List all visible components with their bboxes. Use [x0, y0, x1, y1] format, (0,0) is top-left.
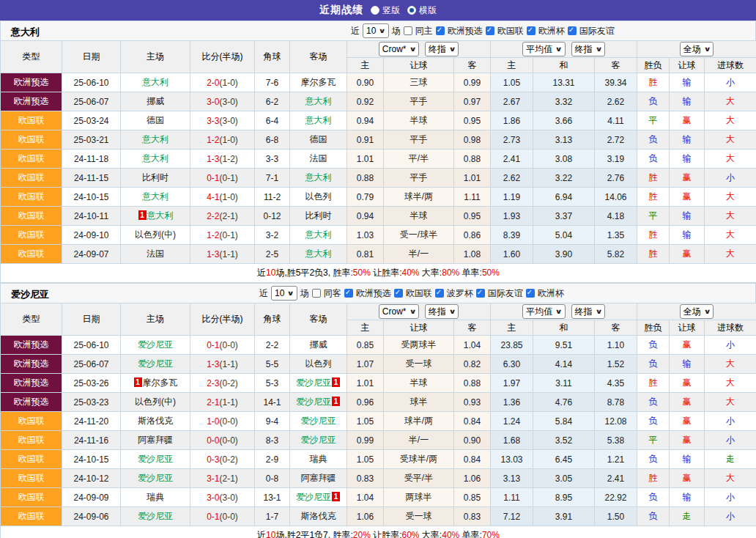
match-score: 1-3(1-2) [190, 150, 255, 169]
asia-odds-time-select[interactable]: 终指∨ [425, 42, 459, 56]
europe-odds: 3.91 [533, 507, 595, 526]
fulltime-score: 2-1 [207, 397, 219, 408]
competition-checkbox[interactable] [394, 289, 403, 298]
europe-odds: 5.84 [533, 412, 595, 431]
asia-handicap: 平手 [384, 92, 454, 111]
same-venue-checkbox[interactable] [312, 289, 321, 298]
col-header-away: 客场 [290, 41, 347, 73]
team-name-text: 挪威 [310, 339, 327, 350]
chevron-down-icon: ∨ [379, 27, 386, 34]
summary-segment: 20% [353, 530, 371, 538]
competition-checkbox[interactable] [476, 289, 485, 298]
halftime-score: (3-0) [220, 97, 238, 107]
europe-odds: 3.37 [533, 207, 595, 226]
europe-odds: 3.05 [533, 469, 595, 488]
asia-odds: 0.90 [454, 431, 491, 450]
europe-odds: 1.36 [491, 393, 533, 412]
vertical-layout-radio[interactable] [371, 6, 379, 15]
result-cell: 负 [637, 393, 670, 412]
asia-odds: 1.05 [347, 450, 384, 469]
europe-odds: 4.11 [595, 111, 637, 130]
halftime-score: (1-1) [220, 249, 238, 259]
europe-odds: 3.90 [533, 245, 595, 264]
competition-label: 波罗杯 [447, 287, 473, 300]
summary-segment: 10 [266, 530, 275, 538]
result-cell: 走 [670, 507, 705, 526]
match-score: 4-1(1-0) [190, 188, 255, 207]
asia-odds: 0.94 [347, 207, 384, 226]
bookmaker-select[interactable]: Crow*∨ [379, 304, 419, 319]
europe-odds: 1.05 [491, 73, 533, 92]
europe-odds: 7.12 [491, 507, 533, 526]
match-date: 24-09-10 [62, 226, 121, 245]
summary-segment: 近 [257, 530, 266, 538]
table-row: 欧国联24-11-18意大利1-3(1-2)3-3法国1.01平/半0.882.… [1, 150, 756, 169]
europe-odds-source-select[interactable]: 平均值∨ [522, 304, 565, 319]
corner-count: 3-3 [255, 150, 290, 169]
competition-checkbox[interactable] [344, 289, 353, 298]
asia-odds-time-select[interactable]: 终指∨ [425, 304, 459, 319]
halftime-score: (1-0) [220, 135, 238, 145]
asia-odds: 0.84 [454, 450, 491, 469]
home-team: 斯洛伐克 [121, 412, 190, 431]
team-name-text: 阿塞拜疆 [138, 435, 173, 445]
team-name-text: 瑞典 [147, 492, 164, 502]
summary-row: 近10场,胜5平2负3, 胜率:50% 让胜率:40% 大率:80% 单率:50… [1, 264, 756, 283]
asia-odds: 0.92 [347, 92, 384, 111]
home-team: 爱沙尼亚 [121, 336, 190, 355]
asia-odds: 1.04 [347, 488, 384, 507]
summary-segment: 10 [266, 268, 275, 278]
fulltime-score: 0-1 [207, 512, 219, 522]
table-row: 欧国联24-10-15爱沙尼亚0-3(0-2)2-9瑞典1.05受球半/两0.8… [1, 450, 756, 469]
competition-checkbox[interactable] [486, 26, 494, 35]
competition-checkbox[interactable] [527, 26, 536, 35]
result-cell: 平 [637, 431, 670, 450]
match-score: 3-3(3-0) [190, 111, 255, 130]
horizontal-layout-radio[interactable] [407, 6, 416, 15]
bookmaker-select[interactable]: Crow*∨ [379, 42, 419, 56]
result-cell: 赢 [670, 111, 705, 130]
select-value: Crow* [382, 44, 407, 54]
asia-handicap: 半球 [384, 207, 454, 226]
europe-odds-source-select[interactable]: 平均值∨ [522, 42, 565, 56]
europe-odds-time-select[interactable]: 终指∨ [571, 304, 605, 319]
team-name-text: 以色列 [305, 358, 332, 369]
competition-checkbox[interactable] [568, 26, 577, 35]
competition-checkbox[interactable] [526, 289, 535, 298]
table-row: 欧国联24-11-20斯洛伐克1-0(0-0)9-4爱沙尼亚1.05球半/两0.… [1, 412, 756, 431]
period-select[interactable]: 全场∨ [680, 304, 714, 319]
col-header-away: 客场 [290, 303, 347, 336]
select-value: 终指 [429, 306, 446, 318]
team-name-text: 爱沙尼亚 [138, 358, 173, 369]
title-bar: 近期战绩 竖版 横版 [0, 0, 756, 21]
europe-odds: 4.35 [595, 374, 637, 393]
corner-count: 5-3 [255, 374, 290, 393]
team-name-text: 意大利 [305, 229, 332, 240]
asia-odds: 1.05 [347, 412, 384, 431]
europe-odds-time-select[interactable]: 终指∨ [571, 42, 605, 56]
home-team: 意大利 [121, 188, 190, 207]
competition-checkbox[interactable] [435, 289, 444, 298]
europe-odds: 39.34 [595, 73, 637, 92]
competition-label: 欧国联 [406, 287, 432, 300]
europe-odds: 5.82 [595, 245, 637, 264]
same-venue-checkbox[interactable] [404, 26, 412, 35]
competition-badge: 欧洲预选 [1, 73, 62, 92]
away-team: 阿塞拜疆 [290, 469, 347, 488]
team-name-text: 以色列 [305, 191, 332, 202]
competition-checkbox[interactable] [436, 26, 445, 35]
match-count-select[interactable]: 10∨ [271, 286, 297, 301]
col-header-score: 比分(半场) [190, 41, 255, 73]
table-row: 欧国联24-09-09瑞典3-0(3-0)13-1爱沙尼亚11.04两球半0.8… [1, 488, 756, 507]
match-count-select[interactable]: 10∨ [363, 23, 389, 38]
chevron-down-icon: ∨ [595, 45, 602, 53]
result-group: 全场∨ [637, 303, 756, 320]
table-row: 欧洲预选25-03-261摩尔多瓦2-3(0-2)5-3爱沙尼亚11.01半球0… [1, 374, 756, 393]
sub-header-goals: 进球数 [705, 58, 756, 73]
filter-controls: 近10∨场同主欧洲预选欧国联欧洲杯国际友谊 [351, 23, 615, 38]
period-select[interactable]: 全场∨ [680, 42, 714, 56]
corner-count: 6-4 [255, 111, 290, 130]
match-score: 2-1(1-1) [190, 393, 255, 412]
home-team: 法国 [121, 245, 190, 264]
fulltime-score: 2-2 [207, 211, 219, 221]
